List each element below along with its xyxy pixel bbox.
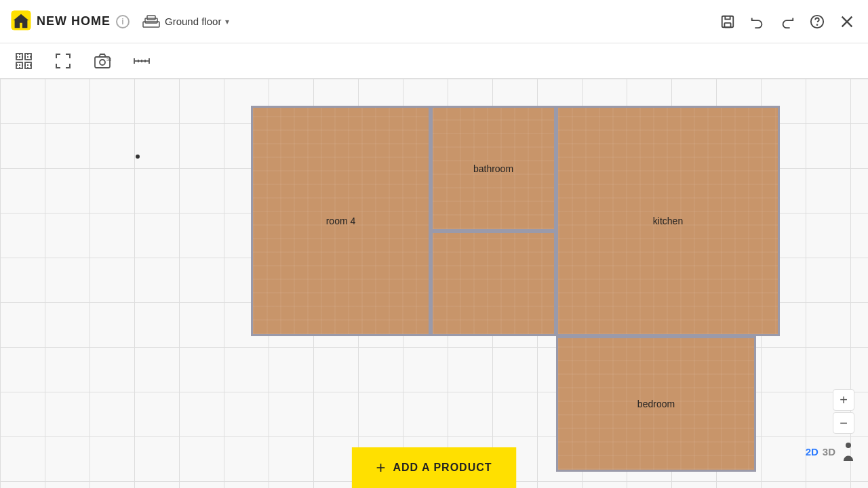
svg-text:3D: 3D [106, 58, 111, 62]
svg-point-23 [846, 443, 851, 448]
corridor[interactable] [431, 231, 556, 336]
bedroom-label: bedroom [637, 399, 675, 409]
bedroom[interactable]: bedroom [556, 336, 756, 472]
toolbar: 3D [0, 43, 868, 79]
grid-tool-button[interactable] [11, 48, 37, 74]
zoom-out-button[interactable]: − [833, 412, 854, 434]
undo-button[interactable] [747, 12, 768, 32]
3d-view-button[interactable]: 3D [823, 446, 835, 458]
home-logo[interactable] [11, 10, 31, 33]
save-button[interactable] [717, 12, 738, 32]
app-title: NEW HOME [37, 14, 111, 28]
svg-point-7 [817, 24, 818, 25]
floor-chevron-icon: ▾ [225, 17, 229, 26]
person-icon [842, 442, 854, 461]
bathroom-label: bathroom [473, 163, 513, 174]
canvas[interactable]: room 4 bathroom kitchen bedroom + − 2D 3… [0, 79, 868, 488]
floors-icon [142, 15, 161, 28]
bathroom[interactable]: bathroom [431, 106, 556, 231]
measure-button[interactable] [129, 48, 155, 74]
topbar-left: NEW HOME i Ground floor ▾ [11, 10, 709, 33]
2d-view-button[interactable]: 2D [806, 446, 818, 458]
zoom-controls: + − [833, 389, 854, 434]
app-info-icon[interactable]: i [116, 15, 130, 28]
add-product-label: ADD A PRODUCT [393, 462, 492, 474]
topbar-right [717, 12, 857, 32]
svg-point-15 [100, 60, 105, 65]
room-4[interactable]: room 4 [251, 106, 431, 336]
redo-button[interactable] [777, 12, 797, 32]
close-button[interactable] [837, 12, 857, 32]
svg-rect-5 [724, 22, 730, 26]
fullscreen-button[interactable] [50, 48, 76, 74]
floor-label: Ground floor [165, 16, 221, 27]
zoom-in-button[interactable]: + [833, 389, 854, 411]
kitchen[interactable]: kitchen [556, 106, 780, 336]
floor-selector[interactable]: Ground floor ▾ [135, 12, 236, 31]
svg-rect-3 [147, 16, 155, 20]
svg-rect-4 [722, 16, 734, 27]
view-toggle: 2D 3D [806, 442, 854, 461]
topbar: NEW HOME i Ground floor ▾ [0, 0, 868, 43]
add-product-button[interactable]: + ADD A PRODUCT [351, 447, 516, 488]
room-4-label: room 4 [326, 216, 356, 226]
help-button[interactable] [807, 12, 827, 32]
camera-button[interactable]: 3D [90, 48, 115, 74]
add-product-plus-icon: + [376, 458, 386, 477]
kitchen-label: kitchen [653, 216, 683, 226]
